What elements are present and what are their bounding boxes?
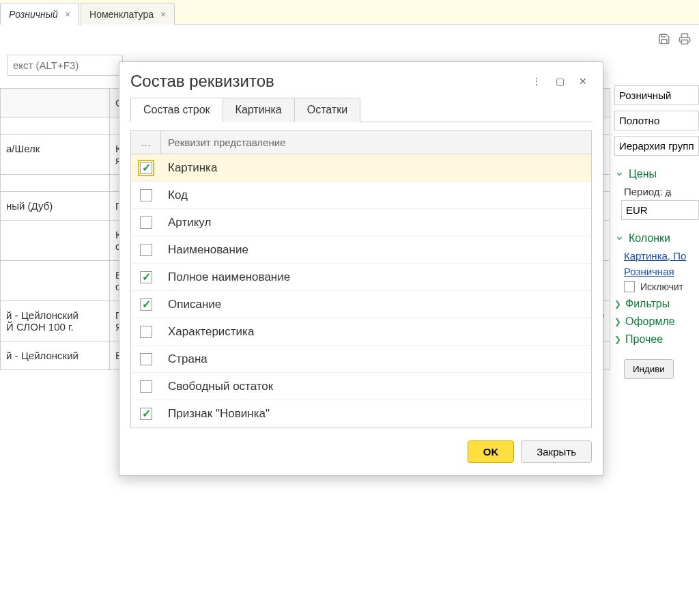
individual-button[interactable]: Индиви — [624, 359, 674, 379]
dialog-tab-image[interactable]: Картинка — [223, 98, 295, 122]
checkbox-icon[interactable] — [140, 326, 152, 338]
section-filters[interactable]: Фильтры — [614, 298, 699, 310]
section-columns[interactable]: Колонки — [614, 231, 699, 246]
checkbox-icon[interactable] — [140, 271, 152, 283]
section-prices[interactable]: Цены — [614, 167, 699, 182]
section-label: Прочее — [625, 333, 663, 346]
section-label: Цены — [629, 168, 657, 180]
period-row: Период: a — [624, 186, 699, 197]
checkbox-icon[interactable] — [140, 298, 152, 311]
tab-retail[interactable]: Розничный × — [0, 3, 79, 25]
chevron-down-icon — [614, 231, 625, 246]
columns-link-1[interactable]: Картинка, По — [624, 250, 699, 262]
table-cell: а/Шелк — [1, 135, 110, 175]
tab-label: Номенклатура — [89, 9, 154, 20]
toolbar — [0, 25, 699, 49]
dialog-title: Состав реквизитов — [130, 72, 522, 91]
dialog-attributes: Состав реквизитов ⋮ ▢ ✕ Состав строк Кар… — [119, 61, 603, 379]
period-link[interactable]: a — [666, 186, 671, 197]
list-row[interactable]: Код — [131, 182, 591, 209]
list-row[interactable]: Картинка — [131, 154, 591, 182]
print-icon[interactable] — [677, 31, 692, 46]
checkbox-icon[interactable] — [140, 162, 152, 174]
list-header: … Реквизит представление — [131, 131, 591, 154]
section-label: Колонки — [629, 232, 670, 244]
section-label: Оформле — [625, 316, 675, 328]
chevron-right-icon — [614, 317, 621, 326]
close-icon[interactable]: × — [160, 9, 166, 20]
top-tab-bar: Розничный × Номенклатура × — [0, 0, 699, 25]
checkbox-icon[interactable] — [624, 281, 635, 292]
layout-select[interactable] — [614, 111, 699, 130]
list-row[interactable]: Наименование — [131, 236, 591, 264]
dialog-header: Состав реквизитов ⋮ ▢ ✕ — [119, 62, 603, 98]
list-item-label: Описание — [161, 298, 591, 311]
checkbox-icon[interactable] — [140, 216, 152, 229]
header-label[interactable]: Реквизит представление — [161, 131, 292, 154]
list-item-label: Картинка — [161, 161, 591, 175]
chevron-right-icon — [614, 299, 621, 309]
tab-nomenclature[interactable]: Номенклатура × — [81, 3, 175, 25]
list-row[interactable]: Свободный остаток — [131, 373, 591, 379]
checkbox-icon[interactable] — [140, 353, 152, 365]
columns-link-2[interactable]: Розничная — [624, 266, 699, 277]
exclude-label: Исключит — [640, 281, 683, 292]
list-item-label: Полное наименование — [161, 270, 591, 284]
currency-select[interactable] — [621, 200, 699, 220]
section-other[interactable]: Прочее — [614, 333, 699, 346]
svg-rect-0 — [682, 40, 688, 44]
list-item-label: Характеристика — [161, 325, 591, 339]
list-row[interactable]: Описание — [131, 291, 591, 318]
dialog-tab-rows[interactable]: Состав строк — [130, 98, 223, 122]
chevron-right-icon — [614, 335, 621, 344]
dialog-tabs: Состав строк Картинка Остатки — [119, 98, 603, 122]
close-icon[interactable]: × — [65, 9, 70, 20]
search-input[interactable] — [7, 55, 123, 76]
exclude-checkbox-row[interactable]: Исключит — [624, 281, 699, 292]
list-item-label: Наименование — [161, 243, 591, 257]
list-row[interactable]: Страна — [131, 346, 591, 373]
save-icon[interactable] — [657, 31, 672, 46]
header-check[interactable]: … — [131, 131, 161, 154]
list-item-label: Артикул — [161, 216, 591, 229]
checkbox-icon[interactable] — [140, 244, 152, 256]
profile-select[interactable] — [614, 85, 699, 105]
tab-label: Розничный — [9, 9, 58, 20]
attributes-list: … Реквизит представление КартинкаКодАрти… — [130, 130, 592, 379]
list-row[interactable]: Полное наименование — [131, 264, 591, 291]
table-cell: й - Цейлонский Й СЛОН 100 г. — [1, 301, 110, 341]
list-row[interactable]: Артикул — [131, 209, 591, 236]
table-cell: ный (Дуб) — [1, 192, 110, 221]
list-item-label: Код — [161, 188, 591, 202]
table-cell: й - Цейлонский — [1, 341, 110, 370]
checkbox-icon[interactable] — [140, 189, 152, 201]
list-item-label: Страна — [161, 352, 591, 366]
section-label: Фильтры — [625, 298, 670, 310]
close-icon[interactable]: ✕ — [574, 72, 592, 90]
hierarchy-select[interactable] — [614, 136, 699, 156]
list-row[interactable]: Характеристика — [131, 318, 591, 346]
chevron-down-icon — [614, 167, 625, 182]
section-design[interactable]: Оформле — [614, 316, 699, 328]
maximize-icon[interactable]: ▢ — [551, 72, 569, 90]
more-icon[interactable]: ⋮ — [528, 72, 545, 90]
dialog-tab-stock[interactable]: Остатки — [294, 98, 360, 122]
right-panel: Цены Период: a Колонки Картинка, По Розн… — [610, 81, 699, 379]
